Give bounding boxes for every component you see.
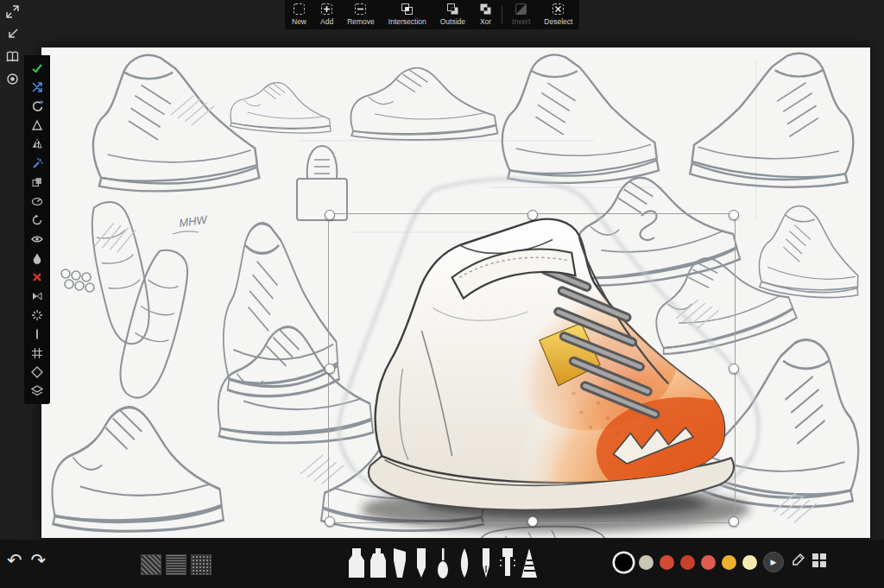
color-palette: ▶ (615, 552, 827, 572)
brush-striped-cone[interactable] (520, 547, 539, 579)
rotate-icon[interactable] (24, 97, 50, 116)
texture-swatch-checker[interactable] (141, 554, 161, 575)
cancel-x-icon[interactable] (24, 268, 50, 287)
color-swatch-1[interactable] (639, 555, 654, 570)
selection-intersection-icon (401, 3, 414, 16)
color-swatch-selected[interactable] (615, 553, 633, 572)
selection-invert-button[interactable]: Invert (505, 0, 537, 29)
color-swatch-3[interactable] (680, 555, 695, 570)
eye-icon[interactable] (24, 230, 50, 249)
selection-handle-s[interactable] (527, 516, 538, 527)
selection-handle-w[interactable] (325, 364, 335, 374)
selection-handle-n[interactable] (527, 210, 538, 220)
brush-marker[interactable] (347, 547, 366, 579)
selection-handle-sw[interactable] (325, 516, 335, 527)
puck-icon[interactable] (0, 67, 24, 90)
brush-pencil[interactable] (412, 547, 431, 579)
eyedropper-icon[interactable] (790, 553, 805, 572)
selection-handle-e[interactable] (729, 364, 739, 374)
brush-chisel-marker[interactable] (390, 547, 409, 579)
guide-lines (300, 60, 756, 232)
magic-wand-icon[interactable] (24, 154, 50, 173)
brush-flat-pen[interactable] (455, 547, 474, 579)
bowtie-icon[interactable] (24, 287, 50, 306)
selection-outside-button[interactable]: Outside (433, 0, 472, 29)
selection-add-button[interactable]: Add (313, 0, 340, 29)
mirror-icon[interactable] (24, 135, 50, 154)
brush-airbrush[interactable] (498, 547, 517, 579)
selection-handle-ne[interactable] (729, 210, 739, 220)
cone-icon[interactable] (24, 116, 50, 135)
undo-icon[interactable]: ↶ (7, 550, 22, 571)
redo-icon[interactable]: ↷ (31, 550, 47, 571)
expand-arrows-icon[interactable] (0, 0, 24, 22)
selection-remove-button[interactable]: Remove (340, 0, 382, 29)
color-swatch-5[interactable] (722, 555, 736, 570)
line-icon[interactable] (24, 325, 50, 344)
selection-xor-button[interactable]: Xor (472, 0, 499, 29)
ellipse-icon[interactable] (24, 192, 50, 211)
selection-xor-icon (479, 3, 492, 16)
selection-deselect-button[interactable]: Deselect (537, 0, 579, 29)
selection-outside-icon (446, 3, 459, 16)
brush-ink-bottle[interactable] (369, 547, 388, 579)
swatch-grid-icon[interactable] (811, 553, 827, 572)
color-swatch-2[interactable] (660, 555, 674, 570)
sketch-app-window: { "selection_toolbar": { "buttons": [ {"… (0, 0, 884, 588)
selection-handle-nw[interactable] (325, 210, 335, 220)
grid-icon[interactable] (24, 344, 50, 363)
burst-icon[interactable] (24, 306, 50, 325)
color-swatch-6[interactable] (742, 555, 757, 570)
diamond-icon[interactable] (24, 363, 50, 382)
play-icon: ▶ (771, 558, 777, 566)
selection-deselect-icon (552, 3, 565, 16)
fill-drop-icon[interactable] (24, 249, 50, 268)
selection-new-button[interactable]: New (285, 0, 313, 29)
selection-toolbar: New Add Remove Intersection Outside Xor … (285, 0, 579, 29)
selection-new-icon (293, 3, 306, 16)
duplicate-frames-icon[interactable] (24, 173, 50, 192)
loop-icon[interactable] (24, 211, 50, 230)
corner-arrow-icon[interactable] (0, 22, 24, 45)
tool-column (24, 55, 50, 404)
texture-swatch-dots[interactable] (191, 554, 212, 575)
selection-marquee[interactable] (328, 213, 736, 523)
left-rail (0, 0, 24, 90)
layers-icon[interactable] (24, 382, 50, 401)
brush-round[interactable] (433, 547, 452, 579)
artist-signature: MHW (178, 212, 209, 230)
toolbar-divider (502, 5, 502, 24)
color-swatch-4[interactable] (701, 555, 716, 570)
selection-invert-icon (515, 3, 527, 16)
selection-intersection-button[interactable]: Intersection (382, 0, 433, 29)
transform-arrows-icon[interactable] (24, 78, 50, 97)
brush-row (347, 547, 539, 579)
selection-handle-se[interactable] (729, 516, 739, 527)
brush-fountain-pen[interactable] (477, 547, 496, 579)
confirm-check-icon[interactable] (24, 59, 50, 78)
bottom-toolbar: ↶ ↷ ▶ (0, 540, 884, 588)
selection-remove-icon (354, 3, 367, 16)
selection-add-icon (320, 3, 333, 16)
texture-swatch-dense[interactable] (166, 554, 186, 575)
pages-icon[interactable] (0, 45, 24, 67)
color-dynamics-button[interactable]: ▶ (763, 552, 784, 572)
